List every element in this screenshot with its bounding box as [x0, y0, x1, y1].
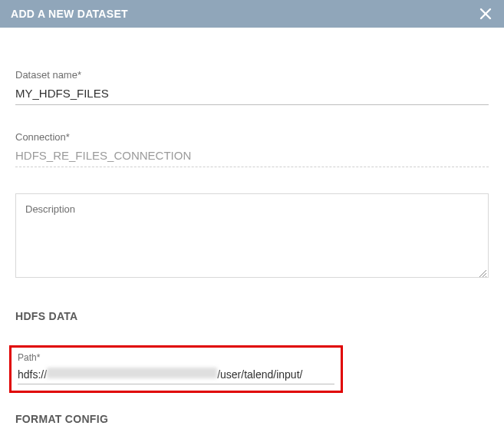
redacted-host [47, 368, 217, 378]
dataset-name-input[interactable] [15, 84, 489, 105]
resize-handle-icon[interactable] [478, 267, 487, 276]
dataset-name-field: Dataset name* [15, 69, 489, 105]
format-config-heading: FORMAT CONFIG [15, 413, 489, 425]
path-prefix: hdfs:// [18, 368, 47, 381]
connection-field: Connection* [15, 131, 489, 167]
svg-line-2 [479, 270, 486, 277]
connection-input[interactable] [15, 146, 489, 167]
description-label: Description [25, 203, 75, 215]
path-label: Path* [18, 352, 334, 363]
svg-line-4 [486, 276, 486, 277]
form-body: Dataset name* Connection* Description HD… [0, 28, 504, 425]
path-highlight-box: Path* hdfs:// /user/talend/input/ [9, 345, 343, 393]
dialog-title: ADD A NEW DATASET [11, 8, 128, 20]
description-textarea[interactable] [25, 216, 479, 269]
close-icon[interactable] [478, 6, 493, 21]
dialog-header: ADD A NEW DATASET [0, 0, 504, 28]
path-input[interactable]: hdfs:// /user/talend/input/ [18, 366, 334, 384]
description-box: Description [15, 193, 489, 278]
hdfs-data-heading: HDFS DATA [15, 310, 489, 322]
dataset-name-label: Dataset name* [15, 69, 489, 81]
path-suffix: /user/talend/input/ [217, 368, 302, 381]
description-field: Description [15, 193, 489, 278]
connection-label: Connection* [15, 131, 489, 143]
